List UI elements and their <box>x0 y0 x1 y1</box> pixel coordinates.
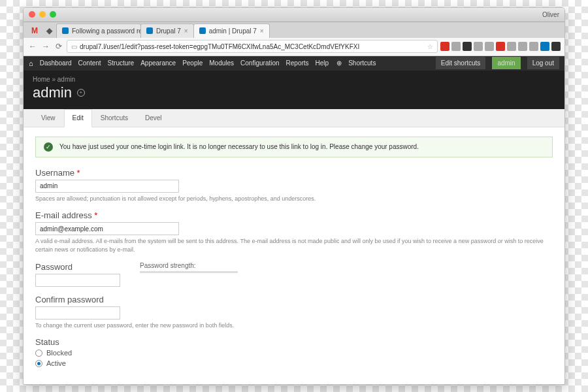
minimize-icon[interactable] <box>39 11 46 18</box>
tab-shortcuts[interactable]: Shortcuts <box>92 109 137 127</box>
menu-shortcuts[interactable]: Shortcuts <box>348 59 376 67</box>
gmail-icon[interactable]: M <box>27 24 42 38</box>
tab-edit[interactable]: Edit <box>64 109 92 127</box>
content: ✓ You have just used your one-time login… <box>24 127 564 384</box>
page-title: admin + <box>33 84 555 101</box>
address-row: ← → ⟳ ▭ drupal7.l/user/1/edit?pass-reset… <box>24 38 564 56</box>
ext-icon[interactable] <box>518 42 527 51</box>
status-blocked-option[interactable]: Blocked <box>35 349 553 357</box>
drupal-icon <box>199 27 206 34</box>
add-shortcut-icon[interactable]: + <box>77 89 85 97</box>
tab-strip: M ◆ Following a password res × Drupal 7 … <box>24 22 564 38</box>
ext-icon[interactable] <box>451 42 461 51</box>
password-field-wrapper: Password Password strength: <box>35 262 553 287</box>
ext-icon[interactable] <box>474 42 483 51</box>
back-icon[interactable]: ← <box>27 41 38 52</box>
message-text: You have just used your one-time login l… <box>59 143 419 150</box>
close-icon[interactable]: × <box>184 27 188 35</box>
maximize-icon[interactable] <box>50 11 56 18</box>
menu-structure[interactable]: Structure <box>108 59 135 67</box>
status-field-wrapper: Status Blocked Active <box>35 337 553 367</box>
local-tabs: View Edit Shortcuts Devel <box>24 109 564 127</box>
confirm-desc: To change the current user password, ent… <box>35 321 553 330</box>
ext-icon[interactable] <box>529 42 538 51</box>
titlebar: Oliver <box>24 8 564 22</box>
close-icon[interactable]: × <box>260 27 264 35</box>
tab-label: admin | Drupal 7 <box>209 27 257 35</box>
close-icon[interactable] <box>29 11 35 18</box>
radio-icon <box>35 360 42 367</box>
drupal-icon <box>146 27 153 34</box>
drupal-icon <box>62 27 69 34</box>
page-icon: ▭ <box>71 43 77 50</box>
shortcuts-icon: ⊕ <box>336 59 342 67</box>
menu-configuration[interactable]: Configuration <box>240 59 279 67</box>
ext-icon[interactable] <box>485 42 494 51</box>
ext-icon[interactable] <box>440 42 449 51</box>
tab-devel[interactable]: Devel <box>137 109 171 127</box>
username-label: Username * <box>35 168 553 178</box>
browser-tab[interactable]: Following a password res × <box>56 24 141 38</box>
ext-icon[interactable] <box>507 42 516 51</box>
browser-window: Oliver M ◆ Following a password res × Dr… <box>23 7 565 385</box>
password-strength-bar <box>140 271 238 273</box>
radio-icon <box>35 350 42 357</box>
email-desc: A valid e-mail address. All e-mails from… <box>35 237 553 253</box>
email-input[interactable] <box>35 222 179 235</box>
menu-dashboard[interactable]: Dashboard <box>40 59 72 67</box>
menu-help[interactable]: Help <box>316 59 329 67</box>
home-icon[interactable]: ⌂ <box>29 59 33 67</box>
page-header: Home » admin admin + <box>24 71 564 109</box>
password-label: Password <box>35 262 120 272</box>
username-input[interactable] <box>35 180 179 193</box>
browser-tab[interactable]: admin | Drupal 7 × <box>193 24 270 38</box>
logout-button[interactable]: Log out <box>527 57 559 69</box>
admin-user-button[interactable]: admin <box>492 57 520 69</box>
star-icon[interactable]: ☆ <box>427 43 433 50</box>
app-icon[interactable]: ◆ <box>42 24 56 38</box>
extension-tray <box>440 42 561 51</box>
menu-people[interactable]: People <box>182 59 203 67</box>
admin-toolbar: ⌂ Dashboard Content Structure Appearance… <box>24 56 564 71</box>
email-field-wrapper: E-mail address * A valid e-mail address.… <box>35 210 553 253</box>
password-input[interactable] <box>35 274 120 287</box>
password-strength-label: Password strength: <box>140 262 238 269</box>
menu-reports[interactable]: Reports <box>286 59 309 67</box>
url: drupal7.l/user/1/edit?pass-reset-token=e… <box>80 43 359 50</box>
username-field-wrapper: Username * Spaces are allowed; punctuati… <box>35 168 553 203</box>
edit-shortcuts-button[interactable]: Edit shortcuts <box>436 57 486 69</box>
status-label: Status <box>35 337 553 347</box>
menu-content[interactable]: Content <box>78 59 101 67</box>
ext-icon[interactable] <box>496 42 505 51</box>
tab-label: Following a password res <box>72 27 141 35</box>
check-icon: ✓ <box>44 142 53 152</box>
browser-tab[interactable]: Drupal 7 × <box>140 24 194 38</box>
email-label: E-mail address * <box>35 210 553 220</box>
breadcrumb: Home » admin <box>33 76 555 83</box>
menu-modules[interactable]: Modules <box>209 59 234 67</box>
confirm-password-wrapper: Confirm password To change the current u… <box>35 295 553 330</box>
tab-label: Drupal 7 <box>156 27 181 35</box>
confirm-password-label: Confirm password <box>35 295 553 304</box>
confirm-password-input[interactable] <box>35 306 120 319</box>
username-desc: Spaces are allowed; punctuation is not a… <box>35 195 553 203</box>
menu-appearance[interactable]: Appearance <box>140 59 176 67</box>
reload-icon[interactable]: ⟳ <box>54 41 64 52</box>
menu-icon[interactable] <box>551 42 561 51</box>
traffic-lights <box>29 11 56 18</box>
status-message: ✓ You have just used your one-time login… <box>35 137 553 157</box>
ext-icon[interactable] <box>463 42 472 51</box>
forward-icon[interactable]: → <box>41 41 51 52</box>
address-bar[interactable]: ▭ drupal7.l/user/1/edit?pass-reset-token… <box>67 40 438 53</box>
status-active-option[interactable]: Active <box>35 359 553 367</box>
tab-view[interactable]: View <box>33 109 64 127</box>
ext-icon[interactable] <box>540 42 549 51</box>
profile-name: Oliver <box>542 11 559 18</box>
